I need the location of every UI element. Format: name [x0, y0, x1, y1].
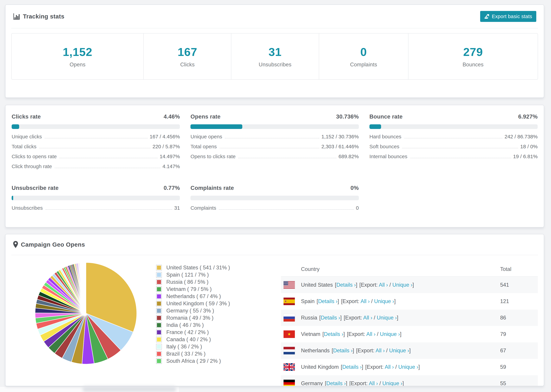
export-unique-link[interactable]: Unique ›	[389, 348, 409, 354]
details-link[interactable]: Details ›	[333, 348, 353, 354]
geo-legend: United States ( 541 / 31% )Spain ( 121 /…	[156, 264, 252, 386]
export-all-link[interactable]: All ›	[385, 364, 394, 370]
rates-grid: Clicks rate4.46%Unique clicks167 / 4.456…	[6, 105, 544, 215]
flag-spain-icon	[283, 298, 295, 305]
legend-swatch	[156, 336, 162, 343]
slash-separator: /	[388, 282, 392, 288]
details-segment: [Details ›]	[332, 348, 354, 354]
legend-label: Canada ( 40 / 2% )	[166, 336, 211, 343]
details-link[interactable]: Details ›	[342, 364, 362, 370]
rate-row: Internal bounces19 / 6.81%	[369, 154, 538, 163]
geo-table-body: United States[Details ›][Export: All › /…	[281, 277, 538, 386]
stat-label: Opens	[70, 62, 85, 68]
rate-row: Opens to clicks rate689.82%	[191, 154, 359, 163]
tracking-stats-title: Tracking stats	[23, 13, 64, 20]
rate-section-clicks-rate: Clicks rate4.46%Unique clicks167 / 4.456…	[12, 113, 180, 173]
country-cell: Russia[Details ›][Export: All › / Unique…	[283, 314, 500, 322]
legend-item: Canada ( 40 / 2% )	[156, 336, 252, 343]
tracking-stats-header: Tracking stats Export basic stats	[11, 5, 538, 28]
geo-body: United States ( 541 / 31% )Spain ( 121 /…	[6, 255, 544, 386]
stat-value: 31	[268, 45, 282, 58]
legend-swatch-color	[157, 316, 161, 320]
rate-row-label: Internal bounces	[369, 154, 407, 159]
details-segment: [Details ›]	[319, 315, 342, 321]
rate-row-label: Unique clicks	[12, 134, 42, 140]
export-all-link[interactable]: All ›	[363, 315, 372, 321]
rate-row: Unsubscribes31	[12, 205, 180, 215]
rate-row-value: 167 / 4.456%	[150, 134, 180, 140]
rate-row: Clicks to opens rate14.497%	[12, 154, 180, 163]
export-basic-stats-button[interactable]: Export basic stats	[480, 11, 536, 22]
slash-separator: /	[378, 380, 382, 386]
rate-section-opens-rate: Opens rate30.736%Unique opens1,152 / 30.…	[191, 113, 359, 173]
legend-swatch-color	[157, 337, 161, 342]
progress-fill	[12, 124, 19, 129]
legend-swatch	[156, 315, 162, 321]
table-row: Netherlands[Details ›][Export: All › / U…	[281, 343, 538, 359]
details-link[interactable]: Details ›	[318, 298, 338, 304]
rate-row-label: Clicks to opens rate	[12, 154, 57, 159]
country-cell: Vietnam[Details ›][Export: All › / Uniqu…	[283, 330, 500, 338]
details-segment: [Details ›]	[325, 380, 347, 386]
stat-value: 167	[178, 45, 197, 58]
total-value: 55	[500, 380, 538, 386]
export-prefix: [Export:	[359, 282, 379, 288]
rate-row: Complaints0	[191, 205, 359, 215]
legend-swatch-color	[157, 345, 161, 349]
rate-title: Unsubscribe rate	[12, 185, 58, 191]
legend-label: Brazil ( 33 / 2% )	[166, 351, 205, 357]
total-value: 541	[500, 282, 538, 288]
bar-chart-icon	[13, 13, 20, 20]
rate-row-label: Hard bounces	[369, 134, 402, 140]
export-unique-link[interactable]: Unique ›	[398, 364, 418, 370]
details-link[interactable]: Details ›	[336, 282, 356, 288]
rate-section-unsubscribe-rate: Unsubscribe rate0.77%Unsubscribes31	[12, 185, 180, 215]
details-segment: [Details ›]	[335, 282, 357, 288]
export-segment: [Export: All › / Unique ›]	[344, 315, 398, 321]
stat-label: Bounces	[463, 62, 484, 68]
legend-swatch-color	[157, 309, 161, 313]
details-link[interactable]: Details ›	[324, 331, 343, 337]
flag-united-kingdom-icon	[283, 363, 295, 371]
legend-item: Spain ( 121 / 7% )	[156, 271, 252, 279]
rate-row-value: 220 / 5.87%	[152, 144, 180, 149]
export-prefix: [Export:	[347, 331, 366, 337]
progress-fill	[12, 196, 13, 200]
legend-swatch	[156, 301, 162, 307]
rate-title: Complaints rate	[191, 185, 234, 191]
details-link[interactable]: Details ›	[321, 315, 340, 321]
legend-item: South Africa ( 29 / 2% )	[156, 357, 252, 365]
campaign-geo-opens-card: Campaign Geo Opens United States ( 541 /…	[5, 234, 544, 386]
stat-cell-opens: 1,152Opens	[12, 34, 143, 79]
rate-row-value: 4.147%	[162, 163, 180, 169]
rate-value: 4.46%	[164, 113, 180, 120]
details-link[interactable]: Details ›	[326, 380, 346, 386]
export-unique-link[interactable]: Unique ›	[377, 315, 397, 321]
rate-head: Complaints rate0%	[191, 185, 359, 191]
export-all-link[interactable]: All ›	[366, 331, 375, 337]
export-prefix: [Export:	[365, 364, 385, 370]
export-all-link[interactable]: All ›	[376, 348, 385, 354]
bracket: ]	[340, 315, 342, 321]
dotted-leader	[410, 158, 511, 158]
export-all-link[interactable]: All ›	[379, 282, 388, 288]
rate-row: Click through rate4.147%	[12, 163, 180, 173]
dotted-leader	[219, 209, 354, 210]
rate-value: 0.77%	[164, 185, 180, 191]
export-icon	[484, 14, 489, 19]
legend-label: India ( 46 / 3% )	[166, 322, 204, 328]
export-unique-link[interactable]: Unique ›	[382, 380, 402, 386]
export-all-link[interactable]: All ›	[360, 298, 370, 304]
stat-row: 1,152Opens167Clicks31Unsubscribes0Compla…	[11, 33, 538, 80]
export-unique-link[interactable]: Unique ›	[374, 298, 394, 304]
rate-row-value: 242 / 86.738%	[504, 134, 538, 140]
export-unique-link[interactable]: Unique ›	[380, 331, 400, 337]
legend-swatch-color	[157, 294, 161, 298]
bracket: [	[317, 298, 318, 304]
bracket: [	[325, 380, 326, 386]
flag-germany-icon	[283, 380, 295, 386]
export-all-link[interactable]: All ›	[369, 380, 378, 386]
export-unique-link[interactable]: Unique ›	[392, 282, 412, 288]
rate-value: 6.927%	[518, 113, 538, 120]
dotted-leader	[238, 158, 336, 158]
